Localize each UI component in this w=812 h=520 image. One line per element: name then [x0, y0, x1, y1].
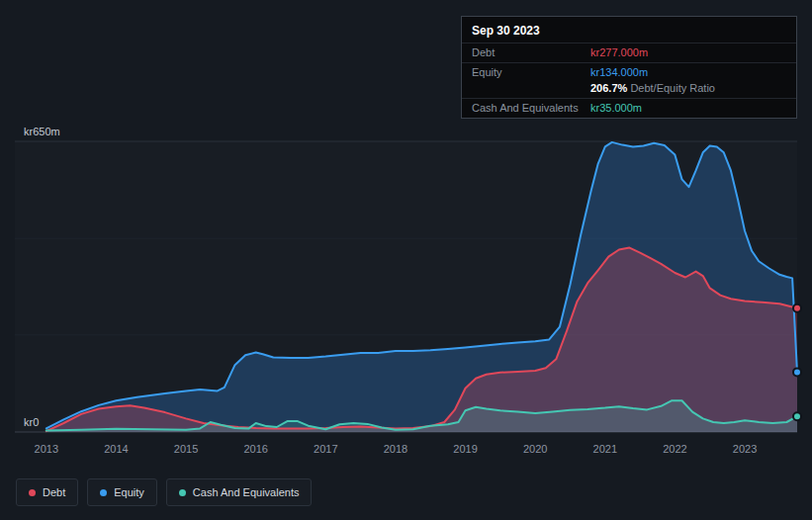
tooltip-debt-label: Debt [472, 46, 590, 58]
x-tick-label: 2019 [453, 443, 477, 455]
debt-dot-icon [29, 489, 36, 496]
x-tick-label: 2015 [174, 443, 198, 455]
x-tick-label: 2013 [35, 443, 58, 455]
x-tick-label: 2016 [243, 443, 267, 455]
ratio-percent: 206.7% [590, 82, 627, 94]
legend-label-equity: Equity [114, 486, 144, 498]
equity-dot-icon [100, 489, 107, 496]
tooltip-date: Sep 30 2023 [462, 17, 796, 43]
ratio-label: Debt/Equity Ratio [630, 82, 715, 94]
tooltip-cash-value: kr35.000m [590, 102, 786, 114]
y-axis-label: kr0 [24, 416, 39, 428]
legend-label-cash: Cash And Equivalents [193, 486, 300, 498]
tooltip-cash-label: Cash And Equivalents [472, 102, 590, 114]
x-tick-label: 2023 [733, 443, 757, 455]
legend-item-debt[interactable]: Debt [16, 478, 78, 506]
tooltip-row-cash: Cash And Equivalents kr35.000m [462, 98, 796, 118]
tooltip-row-ratio: 206.7% Debt/Equity Ratio [462, 82, 796, 98]
cash-dot-icon [179, 489, 186, 496]
equity-end-dot[interactable] [793, 368, 801, 376]
legend-item-cash[interactable]: Cash And Equivalents [166, 478, 313, 506]
tooltip-equity-label: Equity [472, 66, 590, 78]
y-axis-label: kr650m [24, 126, 60, 137]
x-tick-label: 2017 [314, 443, 337, 455]
tooltip-panel: Sep 30 2023 Debt kr277.000m Equity kr134… [461, 16, 797, 119]
legend: Debt Equity Cash And Equivalents [16, 478, 312, 506]
x-tick-label: 2018 [384, 443, 407, 455]
tooltip-row-equity: Equity kr134.000m [462, 62, 796, 82]
tooltip-ratio-value: 206.7% Debt/Equity Ratio [590, 82, 786, 94]
legend-label-debt: Debt [43, 486, 65, 498]
tooltip-debt-value: kr277.000m [590, 46, 786, 58]
cash-end-dot[interactable] [793, 412, 801, 420]
legend-item-equity[interactable]: Equity [87, 478, 157, 506]
tooltip-equity-value: kr134.000m [590, 66, 786, 78]
x-tick-label: 2022 [663, 443, 686, 455]
x-tick-label: 2014 [104, 443, 128, 455]
x-tick-label: 2020 [523, 443, 547, 455]
debt-end-dot[interactable] [793, 304, 801, 312]
tooltip-row-debt: Debt kr277.000m [462, 43, 796, 62]
x-tick-label: 2021 [593, 443, 617, 455]
